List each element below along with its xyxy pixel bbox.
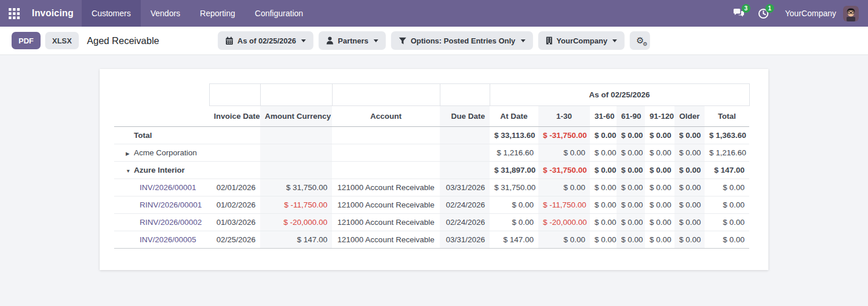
cell-due-date: 03/31/2026 — [440, 231, 490, 249]
row-label[interactable]: Total — [134, 131, 152, 140]
cell-amount-currency: $ 31,750.00 — [260, 179, 332, 196]
cell-invoice-date — [209, 144, 260, 162]
xlsx-button[interactable]: XLSX — [45, 32, 79, 49]
top-navbar: Invoicing Customers Vendors Reporting Co… — [0, 0, 868, 27]
nav-item-customers[interactable]: Customers — [82, 0, 141, 27]
table-row[interactable]: Total $ 33,113.60 $ -31,750.00 $ 0.00 $ … — [114, 127, 749, 144]
filter-group: As of 02/25/2026 Partners Options: Poste… — [218, 31, 650, 50]
header-spacer-cell — [332, 84, 440, 106]
nav-item-vendors[interactable]: Vendors — [141, 0, 190, 27]
cell-account: 121000 Account Receivable — [332, 214, 440, 231]
row-label[interactable]: Azure Interior — [134, 166, 185, 174]
table-row[interactable]: RINV/2026/00002 01/03/2026 $ -20,000.00 … — [114, 214, 749, 231]
cell-1-30: $ 0.00 — [538, 179, 590, 196]
cell-invoice-date — [209, 162, 260, 179]
user-avatar[interactable] — [843, 6, 859, 21]
cell-total: $ 0.00 — [705, 214, 749, 231]
column-header-due-date: Due Date — [440, 106, 490, 127]
report-card: As of 02/25/2026 Invoice Date Amount Cur… — [100, 69, 768, 270]
partners-filter-button[interactable]: Partners — [319, 31, 386, 50]
column-header-61-90: 61-90 — [617, 106, 645, 127]
cell-1-30: $ 0.00 — [538, 144, 590, 162]
cell-older: $ 0.00 — [674, 127, 705, 144]
cell-at-date: $ 33,113.60 — [490, 127, 538, 144]
cell-account: 121000 Account Receivable — [332, 196, 440, 214]
row-label[interactable]: Acme Corporation — [134, 148, 197, 157]
table-row[interactable]: ▶Acme Corporation $ 1,216.60 $ 0.00 $ 0.… — [114, 144, 749, 162]
cell-1-30: $ -11,750.00 — [538, 196, 590, 214]
column-header-91-120: 91-120 — [645, 106, 674, 127]
user-company-name[interactable]: YourCompany — [785, 9, 836, 18]
cell-at-date: $ 147.00 — [490, 231, 538, 249]
cell-account — [332, 162, 440, 179]
partners-filter-label: Partners — [338, 37, 369, 45]
activities-button[interactable]: 1 — [758, 8, 769, 19]
chevron-down-icon — [301, 39, 306, 42]
row-label[interactable]: INV/2026/00001 — [140, 183, 196, 192]
cell-at-date: $ 0.00 — [490, 196, 538, 214]
report-table-body: Total $ 33,113.60 $ -31,750.00 $ 0.00 $ … — [114, 127, 749, 249]
cell-account — [332, 127, 440, 144]
cell-total: $ 147.00 — [705, 162, 749, 179]
row-label[interactable]: RINV/2026/00001 — [140, 201, 202, 209]
cell-total: $ 0.00 — [705, 231, 749, 249]
row-label[interactable]: INV/2026/00005 — [140, 235, 196, 244]
cell-91-120: $ 0.00 — [645, 179, 674, 196]
period-header: As of 02/25/2026 — [490, 84, 749, 106]
cell-91-120: $ 0.00 — [645, 196, 674, 214]
cell-total: $ 1,363.60 — [705, 127, 749, 144]
date-filter-label: As of 02/25/2026 — [238, 37, 296, 45]
pdf-button[interactable]: PDF — [12, 32, 41, 49]
table-row[interactable]: INV/2026/00005 02/25/2026 $ 147.00 12100… — [114, 231, 749, 249]
header-spacer — [114, 84, 209, 106]
cell-1-30: $ 0.00 — [538, 231, 590, 249]
table-row[interactable]: INV/2026/00001 02/01/2026 $ 31,750.00 12… — [114, 179, 749, 196]
cell-invoice-date: 01/03/2026 — [209, 214, 260, 231]
cell-at-date: $ 31,897.00 — [490, 162, 538, 179]
cell-due-date — [440, 162, 490, 179]
company-filter-label: YourCompany — [556, 37, 607, 45]
expand-caret-icon[interactable]: ▶ — [126, 151, 134, 156]
aged-receivable-table: As of 02/25/2026 Invoice Date Amount Cur… — [114, 83, 750, 249]
cell-invoice-date: 01/02/2026 — [209, 196, 260, 214]
chevron-down-icon — [520, 39, 525, 42]
cell-31-60: $ 0.00 — [590, 214, 617, 231]
messages-badge: 3 — [742, 4, 750, 13]
cell-91-120: $ 0.00 — [645, 231, 674, 249]
table-row[interactable]: ▼Azure Interior $ 31,897.00 $ -31,750.00… — [114, 162, 749, 179]
date-filter-button[interactable]: As of 02/25/2026 — [218, 31, 313, 50]
chevron-down-icon — [612, 39, 617, 42]
column-header-empty — [114, 106, 209, 127]
app-name[interactable]: Invoicing — [27, 0, 82, 27]
options-filter-button[interactable]: Options: Posted Entries Only — [391, 31, 533, 50]
cogs-icon: ⚙⚙ — [636, 37, 644, 45]
report-settings-button[interactable]: ⚙⚙ — [630, 31, 650, 50]
cell-31-60: $ 0.00 — [590, 231, 617, 249]
cell-older: $ 0.00 — [674, 231, 705, 249]
grid-icon — [9, 8, 20, 19]
cell-31-60: $ 0.00 — [590, 144, 617, 162]
cell-amount-currency — [260, 144, 332, 162]
cell-account: 121000 Account Receivable — [332, 231, 440, 249]
cell-amount-currency: $ -11,750.00 — [260, 196, 332, 214]
cell-at-date: $ 1,216.60 — [490, 144, 538, 162]
company-filter-button[interactable]: YourCompany — [538, 31, 625, 50]
table-row[interactable]: RINV/2026/00001 01/02/2026 $ -11,750.00 … — [114, 196, 749, 214]
expand-caret-icon[interactable]: ▼ — [126, 168, 134, 174]
column-header-invoice-date: Invoice Date — [209, 106, 260, 127]
cell-31-60: $ 0.00 — [590, 196, 617, 214]
row-label[interactable]: RINV/2026/00002 — [140, 218, 202, 227]
cell-older: $ 0.00 — [674, 214, 705, 231]
nav-item-reporting[interactable]: Reporting — [190, 0, 245, 27]
period-header-row: As of 02/25/2026 — [114, 84, 749, 106]
apps-menu-button[interactable] — [0, 0, 27, 27]
cell-amount-currency: $ -20,000.00 — [260, 214, 332, 231]
messages-button[interactable]: 3 — [733, 8, 745, 19]
cell-invoice-date: 02/25/2026 — [209, 231, 260, 249]
chevron-down-icon — [374, 39, 378, 42]
cell-31-60: $ 0.00 — [590, 127, 617, 144]
cell-61-90: $ 0.00 — [617, 144, 645, 162]
header-spacer-cell — [209, 84, 260, 106]
column-header-at-date: At Date — [490, 106, 538, 127]
nav-item-configuration[interactable]: Configuration — [245, 0, 313, 27]
